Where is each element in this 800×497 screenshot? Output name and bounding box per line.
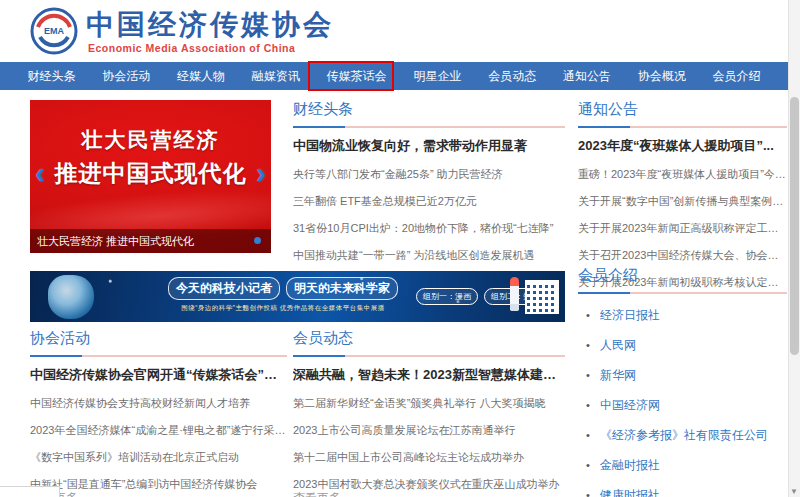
carousel-slide-text-line2: 推进中国式现代化 — [30, 158, 271, 189]
news-link[interactable]: 2023年全国经济媒体“成渝之星·锂电之都”遂宁行采访调研活动启动 — [30, 423, 287, 438]
finance-headline-link[interactable]: 中国物流业恢复向好，需求带动作用显著 — [293, 137, 565, 155]
nav-item-media-info[interactable]: 融媒资讯 — [252, 68, 300, 85]
scrollbar-track[interactable]: ▼ — [788, 0, 800, 497]
site-header: EMA 中国经济传媒协会 Economic Media Association … — [0, 0, 788, 62]
section-divider — [30, 355, 287, 357]
member-link-health-times[interactable]: 健康时报社 — [578, 487, 787, 497]
scrollbar-thumb[interactable] — [790, 97, 799, 355]
carousel-caption: 壮大民营经济 推进中国式现代化 — [30, 229, 271, 253]
notice-headline-link[interactable]: 2023年度“夜班媒体人援助项目”... — [578, 137, 787, 155]
site-title: 中国经济传媒协会 — [86, 6, 334, 44]
activity-news-list: 中国经济传媒协会支持高校财经新闻人才培养 2023年全国经济媒体“成渝之星·锂电… — [30, 396, 287, 497]
section-member-intro: 会员介绍 经济日报社 人民网 新华网 中国经济网 《经济参考报》社有限责任公司 … — [578, 266, 787, 497]
nav-item-notices[interactable]: 通知公告 — [563, 68, 611, 85]
nav-item-member-news[interactable]: 会员动态 — [488, 68, 536, 85]
main-nav: 财经头条 协会活动 经媒人物 融媒资讯 传媒茶话会 明星企业 会员动态 通知公告… — [0, 62, 788, 90]
browser-status-bubble — [0, 486, 60, 497]
scroll-down-arrow-icon[interactable]: ▼ — [788, 487, 800, 496]
news-link[interactable]: 中国推动共建“一带一路” 为沿线地区创造发展机遇 — [293, 248, 565, 263]
carousel-dot-indicator[interactable] — [254, 237, 261, 244]
section-divider — [293, 126, 565, 128]
nav-item-association-overview[interactable]: 协会概况 — [638, 68, 686, 85]
banner-title-part2: 明天的未来科学家 — [286, 277, 398, 300]
news-link[interactable]: 第十二届中国上市公司高峰论坛主论坛成功举办 — [293, 450, 565, 465]
rocket-icon — [510, 277, 519, 311]
section-title[interactable]: 协会活动 — [30, 329, 287, 348]
nav-item-finance-headlines[interactable]: 财经头条 — [27, 68, 75, 85]
member-link-peoples-net[interactable]: 人民网 — [578, 337, 787, 354]
news-link[interactable]: 第二届新华财经“金语奖”颁奖典礼举行 八大奖项揭晓 — [293, 396, 565, 411]
banner-subtitle: 围绕“身边的科学”主题创作投稿 优秀作品将在全媒体平台集中展播 — [158, 304, 408, 313]
member-link-economic-daily[interactable]: 经济日报社 — [578, 307, 787, 324]
section-finance-headlines: 财经头条 中国物流业恢复向好，需求带动作用显著 央行等八部门发布“金融25条” … — [293, 100, 565, 290]
section-member-news: 会员动态 深融共融，智趋未来！2023新型智慧媒体建设研讨会... 第二届新华财… — [293, 329, 565, 497]
member-news-headline-link[interactable]: 深融共融，智趋未来！2023新型智慧媒体建设研讨会... — [293, 366, 565, 384]
section-notices: 通知公告 2023年度“夜班媒体人援助项目”... 重磅！2023年度“夜班媒体… — [578, 100, 787, 290]
notice-link[interactable]: 关于开展2023年新闻正高级职称评定工作安排的... — [578, 221, 787, 236]
activity-headline-link[interactable]: 中国经济传媒协会官网开通“传媒茶话会”栏目 — [30, 366, 287, 384]
carousel-slide-text-line1: 壮大民营经济 — [30, 126, 271, 154]
section-title[interactable]: 会员介绍 — [578, 266, 787, 285]
section-title[interactable]: 会员动态 — [293, 329, 565, 348]
hero-carousel[interactable]: 壮大民营经济 推进中国式现代化 ‹ › 壮大民营经济 推进中国式现代化 — [30, 100, 271, 253]
notice-link[interactable]: 重磅！2023年度“夜班媒体人援助项目”今起开... — [578, 167, 787, 182]
section-title[interactable]: 通知公告 — [578, 100, 787, 119]
news-link[interactable]: 《数字中国系列》培训活动在北京正式启动 — [30, 450, 287, 465]
member-news-more-link[interactable]: 查看更多 — [293, 490, 373, 497]
carousel-next-icon[interactable]: › — [256, 158, 266, 188]
notice-link[interactable]: 关于开展“数字中国”创新传播与典型案例征集及... — [578, 194, 787, 209]
notice-link[interactable]: 关于召开2023中国经济传媒大会、协会七届八次... — [578, 248, 787, 263]
section-association-activities: 协会活动 中国经济传媒协会官网开通“传媒茶话会”栏目 中国经济传媒协会支持高校财… — [30, 329, 287, 497]
site-subtitle: Economic Media Association of China — [88, 42, 295, 54]
nav-item-star-enterprises[interactable]: 明星企业 — [413, 68, 461, 85]
member-link-economic-reference[interactable]: 《经济参考报》社有限责任公司 — [578, 427, 787, 444]
banner-text-group: 今天的科技小记者 明天的未来科学家 围绕“身边的科学”主题创作投稿 优秀作品将在… — [158, 277, 408, 313]
news-link[interactable]: 2023上市公司高质量发展论坛在江苏南通举行 — [293, 423, 565, 438]
section-title[interactable]: 财经头条 — [293, 100, 565, 119]
nav-item-member-intro[interactable]: 会员介绍 — [713, 68, 761, 85]
member-news-list: 第二届新华财经“金语奖”颁奖典礼举行 八大奖项揭晓 2023上市公司高质量发展论… — [293, 396, 565, 497]
member-link-china-economic-net[interactable]: 中国经济网 — [578, 397, 787, 414]
news-link[interactable]: 中国经济传媒协会支持高校财经新闻人才培养 — [30, 396, 287, 411]
section-divider — [578, 126, 787, 128]
astronaut-image — [48, 275, 94, 319]
nav-item-media-tea-talk[interactable]: 传媒茶话会 — [327, 68, 387, 85]
section-divider — [293, 355, 565, 357]
svg-text:EMA: EMA — [44, 26, 65, 36]
science-reporter-banner[interactable]: 今天的科技小记者 明天的未来科学家 围绕“身边的科学”主题创作投稿 优秀作品将在… — [30, 271, 565, 322]
nav-item-association-activities[interactable]: 协会活动 — [102, 68, 150, 85]
member-link-financial-times[interactable]: 金融时报社 — [578, 457, 787, 474]
association-logo-icon[interactable]: EMA — [30, 7, 78, 55]
carousel-prev-icon[interactable]: ‹ — [35, 158, 45, 188]
news-link[interactable]: 31省份10月CPI出炉：20地物价下降，猪价现“七连降” — [293, 221, 565, 236]
banner-category1-button[interactable]: 组别一：漫画 — [416, 288, 478, 305]
banner-title-part1: 今天的科技小记者 — [168, 277, 280, 300]
member-link-xinhuanet[interactable]: 新华网 — [578, 367, 787, 384]
news-link[interactable]: 三年翻倍 ETF基金总规模已近2万亿元 — [293, 194, 565, 209]
member-links-list: 经济日报社 人民网 新华网 中国经济网 《经济参考报》社有限责任公司 金融时报社… — [578, 307, 787, 497]
page: EMA 中国经济传媒协会 Economic Media Association … — [0, 0, 800, 497]
section-divider — [578, 292, 787, 294]
qr-code — [525, 280, 559, 314]
nav-item-media-people[interactable]: 经媒人物 — [177, 68, 225, 85]
news-link[interactable]: 央行等八部门发布“金融25条” 助力民营经济 — [293, 167, 565, 182]
